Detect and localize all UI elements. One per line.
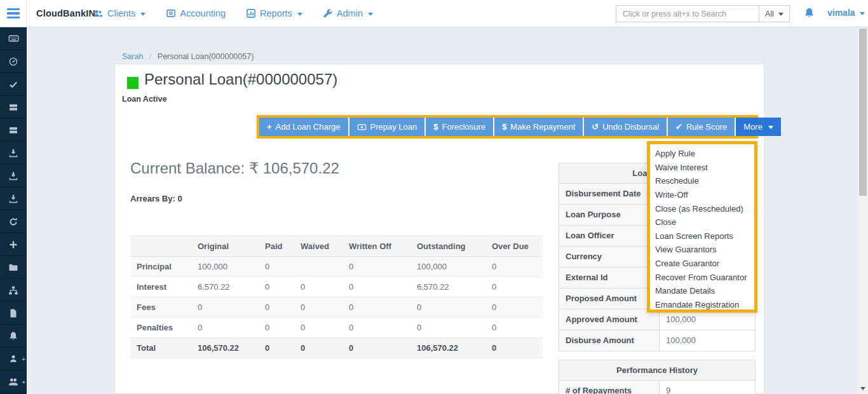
current-balance: Current Balance: ₹ 106,570.22: [130, 160, 339, 177]
search-filter-label: All: [765, 10, 774, 18]
menu-item-close-as-rescheduled[interactable]: Close (as Rescheduled): [655, 201, 754, 215]
sidebar-item-check[interactable]: [0, 73, 27, 96]
page-title: Personal Loan(#000000057): [144, 71, 337, 88]
ledger-icon: [166, 8, 176, 18]
arrears-label: Arrears By:: [130, 194, 175, 203]
table-row-principal: Principal 100,000 0 0 100,000 0: [130, 257, 543, 277]
loan-status-square: [127, 77, 139, 89]
hamburger-menu-icon[interactable]: [0, 0, 27, 27]
sidebar-item-download-1[interactable]: [0, 142, 27, 165]
cell: 0: [259, 297, 294, 318]
sidebar-item-sitemap[interactable]: [0, 279, 27, 302]
detail-value: 9: [660, 381, 755, 394]
detail-label: Proposed Amount: [559, 289, 660, 309]
current-balance-value: ₹ 106,570.22: [249, 160, 339, 177]
menu-item-waive-interest[interactable]: Waive Interest: [655, 161, 754, 175]
menu-reports[interactable]: Reports: [246, 8, 302, 18]
performance-history-title: Performance History: [559, 360, 755, 381]
menu-item-view-guarantors[interactable]: View Guarantors: [655, 243, 754, 257]
menu-accounting[interactable]: Accounting: [166, 8, 226, 18]
breadcrumb-current: Personal Loan(000000057): [158, 52, 254, 61]
sidebar-item-rows-2[interactable]: [0, 119, 27, 142]
menu-item-close[interactable]: Close: [655, 215, 754, 229]
foreclosure-button[interactable]: $ Foreclosure: [426, 118, 493, 136]
sidebar-item-file[interactable]: [0, 302, 27, 325]
add-loan-charge-button[interactable]: + Add Loan Charge: [259, 118, 348, 136]
cell: 0: [485, 338, 543, 358]
cell: [294, 257, 342, 277]
cell: 0: [342, 257, 410, 277]
menu-item-loan-screen-reports[interactable]: Loan Screen Reports: [655, 229, 754, 243]
cell: 0: [485, 297, 543, 318]
menu-item-apply-rule[interactable]: Apply Rule: [655, 147, 754, 161]
foreclosure-label: Foreclosure: [442, 122, 485, 132]
users-icon: [93, 8, 104, 18]
table-header-row: Original Paid Waived Written Off Outstan…: [130, 236, 543, 257]
undo-disbursal-label: Undo Disbursal: [602, 122, 659, 132]
user-menu[interactable]: vimala: [827, 8, 865, 18]
main-menu: Clients Accounting Reports Admin: [93, 0, 373, 27]
loan-actions-toolbar: + Add Loan Charge Prepay Loan $ Foreclos…: [257, 115, 758, 139]
chevron-down-icon: [768, 126, 773, 129]
sidebar-item-add-user[interactable]: +: [0, 348, 27, 370]
cell: 0: [259, 277, 294, 297]
breadcrumb-separator: /: [149, 52, 151, 61]
search-filter-dropdown[interactable]: All: [759, 5, 790, 22]
cell: 106,570.22: [410, 338, 485, 358]
breadcrumb-client-link[interactable]: Sarah: [122, 52, 143, 61]
user-plus-icon: [9, 354, 18, 363]
menu-accounting-label: Accounting: [180, 8, 226, 18]
menu-item-write-off[interactable]: Write-Off: [655, 188, 754, 202]
scrollbar-thumb[interactable]: [859, 29, 867, 196]
rows-icon: [8, 102, 18, 112]
plus-icon: +: [267, 122, 272, 132]
col-waived: Waived: [294, 236, 342, 257]
more-button[interactable]: More: [736, 118, 781, 136]
undo-disbursal-button[interactable]: ↺ Undo Disbursal: [584, 118, 667, 136]
prepay-loan-button[interactable]: Prepay Loan: [349, 118, 425, 136]
menu-item-recover-from-guarantor[interactable]: Recover From Guarantor: [655, 270, 754, 284]
loan-status-text: Loan Active: [122, 95, 166, 104]
sidebar-item-download-3[interactable]: [0, 187, 27, 210]
detail-label: # of Repayments: [559, 381, 660, 394]
rows-icon: [8, 125, 18, 135]
current-balance-label: Current Balance:: [130, 160, 245, 177]
sidebar-item-folder[interactable]: [0, 256, 27, 279]
rule-score-button[interactable]: ✔ Rule Score: [668, 118, 735, 136]
download-icon: [8, 148, 18, 158]
gauge-icon: [8, 57, 18, 67]
add-loan-charge-label: Add Loan Charge: [276, 122, 341, 132]
menu-item-mandate-details[interactable]: Mandate Details: [655, 284, 754, 298]
sidebar-item-download-2[interactable]: [0, 165, 27, 187]
sidebar-item-refresh[interactable]: [0, 210, 27, 233]
sidebar-item-bell[interactable]: [0, 325, 27, 348]
menu-item-create-guarantor[interactable]: Create Guarantor: [655, 257, 754, 271]
sidebar-item-plus[interactable]: [0, 233, 27, 256]
make-repayment-button[interactable]: $ Make Repayment: [494, 118, 583, 136]
menu-clients[interactable]: Clients: [93, 8, 146, 18]
download-icon: [8, 194, 18, 204]
search-input[interactable]: [616, 5, 759, 22]
menu-admin[interactable]: Admin: [323, 8, 373, 18]
sidebar-item-add-group[interactable]: +: [0, 370, 27, 393]
chevron-down-icon: [297, 13, 302, 16]
cell: 0: [485, 318, 543, 338]
sidebar-item-gauge[interactable]: [0, 50, 27, 73]
notifications-bell-icon[interactable]: [803, 7, 815, 19]
vertical-scrollbar[interactable]: [858, 27, 868, 394]
row-label: Penalties: [130, 318, 191, 338]
dollar-icon: $: [433, 122, 438, 132]
rule-score-label: Rule Score: [686, 122, 727, 132]
sidebar-item-keyboard[interactable]: [0, 27, 27, 50]
cell: 106,570.22: [191, 338, 259, 358]
row-label: Fees: [130, 297, 191, 318]
scrollbar-down-arrow-icon[interactable]: [860, 387, 865, 390]
cell: 0: [259, 338, 294, 358]
cell: 0: [342, 338, 410, 358]
username-label: vimala: [827, 8, 855, 18]
menu-item-emandate-registration[interactable]: Emandate Registration: [655, 298, 754, 312]
menu-item-reschedule[interactable]: Reschedule: [655, 174, 754, 188]
sidebar-item-rows-1[interactable]: [0, 96, 27, 119]
detail-label: Currency: [559, 247, 660, 267]
refresh-icon: [8, 217, 18, 227]
